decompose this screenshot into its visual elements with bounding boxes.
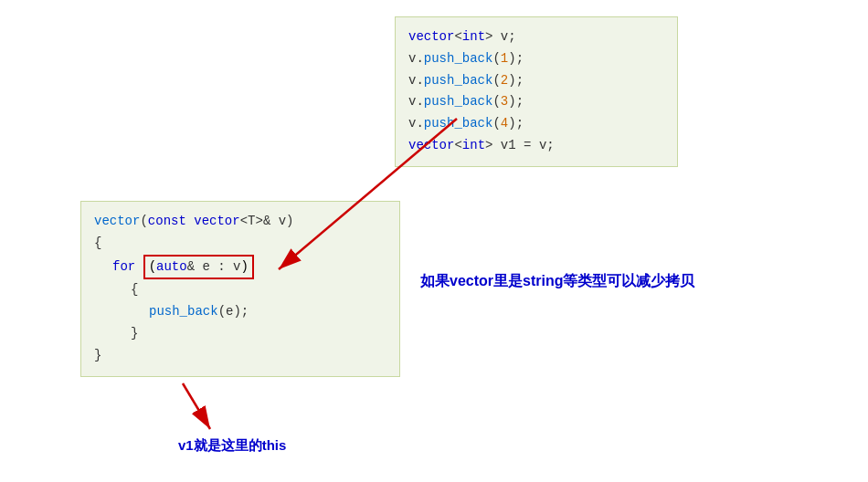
svg-line-2 bbox=[183, 383, 210, 429]
v1-annotation: v1就是这里的this bbox=[178, 437, 286, 455]
bottom-code-box: vector(const vector<T>& v){for (auto& e … bbox=[80, 201, 400, 377]
string-annotation: 如果vector里是string等类型可以减少拷贝 bbox=[420, 272, 694, 291]
top-code-box: vector<int> v;v.push_back(1);v.push_back… bbox=[395, 16, 678, 167]
